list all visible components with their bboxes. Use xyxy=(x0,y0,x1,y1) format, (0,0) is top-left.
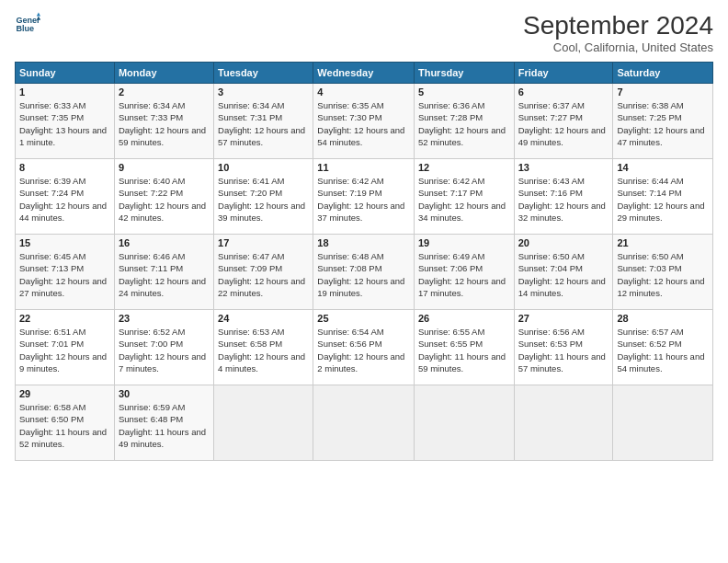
day-number: 19 xyxy=(418,237,510,248)
calendar-cell: 28 Sunrise: 6:57 AMSunset: 6:52 PMDaylig… xyxy=(613,310,713,385)
calendar-cell: 29 Sunrise: 6:58 AMSunset: 6:50 PMDaylig… xyxy=(16,385,115,461)
day-info: Sunrise: 6:42 AMSunset: 7:19 PMDaylight:… xyxy=(317,175,410,224)
calendar-cell: 12 Sunrise: 6:42 AMSunset: 7:17 PMDaylig… xyxy=(414,159,514,235)
weekday-header-sunday: Sunday xyxy=(16,63,115,84)
day-number: 26 xyxy=(418,313,510,324)
day-number: 21 xyxy=(617,237,709,248)
day-number: 18 xyxy=(317,237,410,248)
calendar-cell: 17 Sunrise: 6:47 AMSunset: 7:09 PMDaylig… xyxy=(214,235,313,310)
title-block: September 2024 Cool, California, United … xyxy=(523,11,713,54)
weekday-header-wednesday: Wednesday xyxy=(313,63,415,84)
calendar-cell xyxy=(214,385,313,461)
day-info: Sunrise: 6:34 AMSunset: 7:31 PMDaylight:… xyxy=(218,99,309,148)
day-number: 22 xyxy=(19,313,110,324)
header: General Blue September 2024 Cool, Califo… xyxy=(15,11,713,54)
day-number: 4 xyxy=(317,86,410,98)
day-number: 20 xyxy=(518,237,609,248)
day-info: Sunrise: 6:34 AMSunset: 7:33 PMDaylight:… xyxy=(119,99,210,148)
day-number: 17 xyxy=(218,237,309,248)
page: General Blue September 2024 Cool, Califo… xyxy=(0,0,728,563)
weekday-header-row: SundayMondayTuesdayWednesdayThursdayFrid… xyxy=(16,63,713,84)
day-info: Sunrise: 6:50 AMSunset: 7:03 PMDaylight:… xyxy=(617,250,709,299)
week-row-2: 15 Sunrise: 6:45 AMSunset: 7:13 PMDaylig… xyxy=(16,235,713,310)
day-info: Sunrise: 6:45 AMSunset: 7:13 PMDaylight:… xyxy=(19,250,110,299)
calendar-cell: 30 Sunrise: 6:59 AMSunset: 6:48 PMDaylig… xyxy=(114,385,213,461)
logo-icon: General Blue xyxy=(15,11,40,37)
day-info: Sunrise: 6:49 AMSunset: 7:06 PMDaylight:… xyxy=(418,250,510,299)
day-info: Sunrise: 6:40 AMSunset: 7:22 PMDaylight:… xyxy=(119,175,210,224)
calendar-cell: 5 Sunrise: 6:36 AMSunset: 7:28 PMDayligh… xyxy=(414,84,514,159)
week-row-3: 22 Sunrise: 6:51 AMSunset: 7:01 PMDaylig… xyxy=(16,310,713,385)
calendar-cell: 25 Sunrise: 6:54 AMSunset: 6:56 PMDaylig… xyxy=(313,310,415,385)
calendar-cell: 10 Sunrise: 6:41 AMSunset: 7:20 PMDaylig… xyxy=(214,159,313,235)
svg-text:Blue: Blue xyxy=(16,24,34,33)
calendar-cell: 8 Sunrise: 6:39 AMSunset: 7:24 PMDayligh… xyxy=(16,159,115,235)
day-info: Sunrise: 6:37 AMSunset: 7:27 PMDaylight:… xyxy=(518,99,609,148)
day-number: 10 xyxy=(218,162,309,173)
day-info: Sunrise: 6:47 AMSunset: 7:09 PMDaylight:… xyxy=(218,250,309,299)
day-info: Sunrise: 6:42 AMSunset: 7:17 PMDaylight:… xyxy=(418,175,510,224)
calendar-cell: 7 Sunrise: 6:38 AMSunset: 7:25 PMDayligh… xyxy=(613,84,713,159)
day-info: Sunrise: 6:50 AMSunset: 7:04 PMDaylight:… xyxy=(518,250,609,299)
day-number: 15 xyxy=(19,237,110,248)
weekday-header-monday: Monday xyxy=(114,63,213,84)
day-number: 25 xyxy=(317,313,410,324)
calendar-cell: 24 Sunrise: 6:53 AMSunset: 6:58 PMDaylig… xyxy=(214,310,313,385)
day-info: Sunrise: 6:53 AMSunset: 6:58 PMDaylight:… xyxy=(218,326,309,374)
week-row-1: 8 Sunrise: 6:39 AMSunset: 7:24 PMDayligh… xyxy=(16,159,713,235)
calendar-cell: 2 Sunrise: 6:34 AMSunset: 7:33 PMDayligh… xyxy=(114,84,213,159)
day-number: 1 xyxy=(19,86,110,98)
day-info: Sunrise: 6:57 AMSunset: 6:52 PMDaylight:… xyxy=(617,326,709,374)
calendar-cell: 9 Sunrise: 6:40 AMSunset: 7:22 PMDayligh… xyxy=(114,159,213,235)
calendar-cell: 16 Sunrise: 6:46 AMSunset: 7:11 PMDaylig… xyxy=(114,235,213,310)
calendar-cell xyxy=(514,385,613,461)
day-number: 28 xyxy=(617,313,709,324)
day-number: 13 xyxy=(518,162,609,173)
day-number: 11 xyxy=(317,162,410,173)
day-info: Sunrise: 6:54 AMSunset: 6:56 PMDaylight:… xyxy=(317,326,410,374)
day-info: Sunrise: 6:41 AMSunset: 7:20 PMDaylight:… xyxy=(218,175,309,224)
calendar-cell: 27 Sunrise: 6:56 AMSunset: 6:53 PMDaylig… xyxy=(514,310,613,385)
calendar-cell: 26 Sunrise: 6:55 AMSunset: 6:55 PMDaylig… xyxy=(414,310,514,385)
calendar-cell: 13 Sunrise: 6:43 AMSunset: 7:16 PMDaylig… xyxy=(514,159,613,235)
calendar-cell xyxy=(313,385,415,461)
calendar-cell: 14 Sunrise: 6:44 AMSunset: 7:14 PMDaylig… xyxy=(613,159,713,235)
weekday-header-saturday: Saturday xyxy=(613,63,713,84)
day-info: Sunrise: 6:33 AMSunset: 7:35 PMDaylight:… xyxy=(19,99,110,148)
week-row-0: 1 Sunrise: 6:33 AMSunset: 7:35 PMDayligh… xyxy=(16,84,713,159)
calendar-cell: 4 Sunrise: 6:35 AMSunset: 7:30 PMDayligh… xyxy=(313,84,415,159)
day-number: 5 xyxy=(418,86,510,98)
day-number: 14 xyxy=(617,162,709,173)
weekday-header-tuesday: Tuesday xyxy=(214,63,313,84)
day-info: Sunrise: 6:35 AMSunset: 7:30 PMDaylight:… xyxy=(317,99,410,148)
day-info: Sunrise: 6:36 AMSunset: 7:28 PMDaylight:… xyxy=(418,99,510,148)
day-number: 12 xyxy=(418,162,510,173)
day-info: Sunrise: 6:46 AMSunset: 7:11 PMDaylight:… xyxy=(119,250,210,299)
week-row-4: 29 Sunrise: 6:58 AMSunset: 6:50 PMDaylig… xyxy=(16,385,713,461)
calendar-cell: 20 Sunrise: 6:50 AMSunset: 7:04 PMDaylig… xyxy=(514,235,613,310)
calendar-cell: 3 Sunrise: 6:34 AMSunset: 7:31 PMDayligh… xyxy=(214,84,313,159)
logo: General Blue xyxy=(15,11,40,37)
day-number: 3 xyxy=(218,86,309,98)
calendar-cell: 6 Sunrise: 6:37 AMSunset: 7:27 PMDayligh… xyxy=(514,84,613,159)
calendar-cell xyxy=(613,385,713,461)
day-info: Sunrise: 6:48 AMSunset: 7:08 PMDaylight:… xyxy=(317,250,410,299)
day-info: Sunrise: 6:56 AMSunset: 6:53 PMDaylight:… xyxy=(518,326,609,374)
calendar-cell: 15 Sunrise: 6:45 AMSunset: 7:13 PMDaylig… xyxy=(16,235,115,310)
day-info: Sunrise: 6:43 AMSunset: 7:16 PMDaylight:… xyxy=(518,175,609,224)
calendar-cell: 11 Sunrise: 6:42 AMSunset: 7:19 PMDaylig… xyxy=(313,159,415,235)
day-number: 30 xyxy=(119,388,210,399)
day-number: 2 xyxy=(119,86,210,98)
svg-marker-2 xyxy=(37,12,40,16)
month-title: September 2024 xyxy=(523,11,713,40)
day-number: 16 xyxy=(119,237,210,248)
weekday-header-friday: Friday xyxy=(514,63,613,84)
day-info: Sunrise: 6:39 AMSunset: 7:24 PMDaylight:… xyxy=(19,175,110,224)
day-number: 24 xyxy=(218,313,309,324)
day-number: 29 xyxy=(19,388,110,399)
day-number: 23 xyxy=(119,313,210,324)
calendar-cell: 21 Sunrise: 6:50 AMSunset: 7:03 PMDaylig… xyxy=(613,235,713,310)
calendar-cell: 18 Sunrise: 6:48 AMSunset: 7:08 PMDaylig… xyxy=(313,235,415,310)
day-number: 7 xyxy=(617,86,709,98)
calendar-cell: 19 Sunrise: 6:49 AMSunset: 7:06 PMDaylig… xyxy=(414,235,514,310)
